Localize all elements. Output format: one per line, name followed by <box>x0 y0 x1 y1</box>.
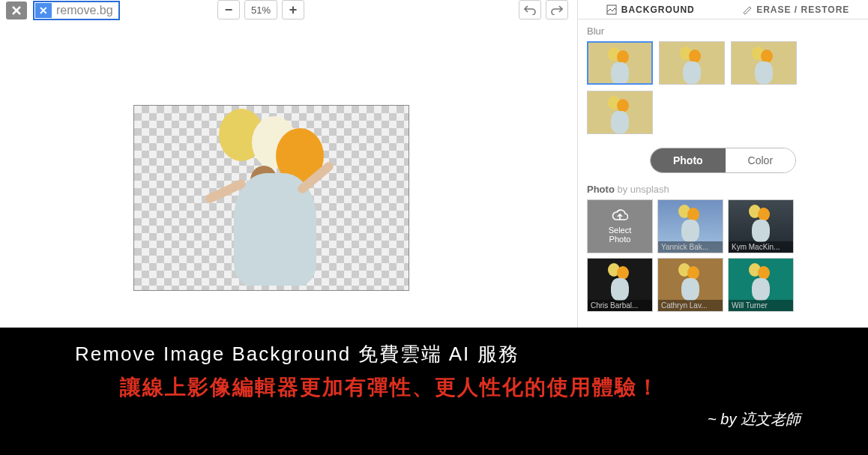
logo-badge[interactable]: ✕ remove.bg <box>33 1 120 20</box>
caption-overlay: Remove Image Background 免費雲端 AI 服務 讓線上影像… <box>0 328 868 455</box>
undo-icon <box>524 4 536 15</box>
tab-erase-restore[interactable]: ERASE / RESTORE <box>723 0 869 19</box>
blur-option-3[interactable] <box>731 41 797 85</box>
svg-rect-0 <box>607 5 616 14</box>
tab-background[interactable]: BACKGROUND <box>578 0 723 19</box>
undo-button[interactable] <box>519 0 541 19</box>
background-icon <box>606 4 617 15</box>
toggle-color[interactable]: Color <box>726 148 795 172</box>
blur-section-label: Blur <box>578 19 868 41</box>
blur-option-4[interactable] <box>587 91 653 134</box>
select-photo-button[interactable]: SelectPhoto <box>587 199 653 253</box>
subject-image <box>189 106 354 291</box>
zoom-controls: − 51% + <box>217 0 304 19</box>
blur-option-1[interactable] <box>587 41 653 85</box>
photo-option-1[interactable]: Yannick Bak... <box>657 199 723 253</box>
photo-option-5[interactable]: Will Turner <box>728 258 794 312</box>
redo-icon <box>551 4 563 15</box>
overlay-subtitle: 讓線上影像編輯器更加有彈性、更人性化的使用體驗！ <box>22 373 846 402</box>
bg-type-toggle: Photo Color <box>650 148 796 173</box>
overlay-title: Remove Image Background 免費雲端 AI 服務 <box>22 341 846 367</box>
zoom-in-button[interactable]: + <box>282 0 304 19</box>
erase-icon <box>741 4 752 15</box>
photo-section-label: Photo by unsplash <box>578 181 868 199</box>
toggle-photo[interactable]: Photo <box>651 148 726 172</box>
close-button[interactable] <box>6 1 27 19</box>
close-icon <box>11 5 22 16</box>
photo-option-3[interactable]: Chris Barbal... <box>587 258 653 312</box>
zoom-out-button[interactable]: − <box>217 0 240 19</box>
redo-button[interactable] <box>546 0 568 19</box>
logo-icon: ✕ <box>35 3 52 18</box>
blur-option-2[interactable] <box>659 41 725 85</box>
photo-option-2[interactable]: Kym MacKin... <box>728 199 794 253</box>
cloud-upload-icon <box>612 209 628 223</box>
zoom-value: 51% <box>244 0 277 19</box>
overlay-byline: ~ by 迒文老師 <box>22 409 846 430</box>
logo-text: remove.bg <box>52 4 118 17</box>
photo-option-4[interactable]: Cathryn Lav... <box>657 258 723 312</box>
canvas[interactable] <box>133 105 409 291</box>
